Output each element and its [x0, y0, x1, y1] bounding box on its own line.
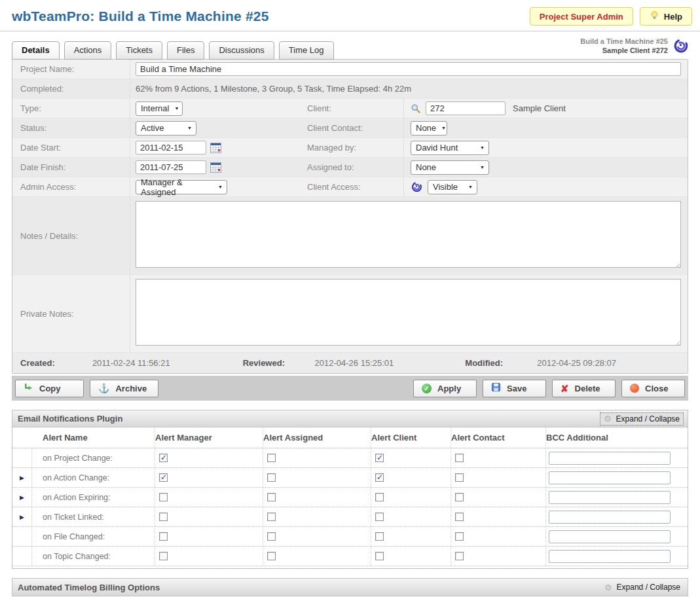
date-start-input[interactable]	[136, 141, 206, 154]
modified-label: Modified:	[465, 358, 537, 368]
tab-details[interactable]: Details	[12, 41, 60, 60]
private-notes-textarea[interactable]	[136, 279, 681, 346]
status-label: Status:	[12, 118, 130, 137]
alert-contact-checkbox[interactable]	[455, 493, 464, 501]
project-details-panel: Project Name: Completed: 62% from 9 Acti…	[12, 59, 688, 374]
action-toolbar: Copy ⚓ Archive ✓ Apply Save ✘ Delete Clo…	[12, 376, 688, 401]
date-finish-input[interactable]	[136, 160, 206, 174]
close-button[interactable]: Close	[621, 380, 685, 397]
expand-arrow-icon[interactable]: ▶	[12, 488, 32, 507]
col-alert-client: Alert Client	[371, 427, 451, 448]
admin-access-select[interactable]: Manager & Assigned▼	[136, 180, 227, 194]
email-notifications-section: Email Notifications Plugin ⚙ Expand / Co…	[12, 410, 688, 569]
client-display-name: Sample Client	[513, 103, 566, 113]
alert-row-label: on Action Expiring:	[32, 488, 155, 507]
email-expand-collapse-label: Expand / Collapse	[616, 414, 680, 424]
assigned-to-select[interactable]: None▼	[411, 160, 489, 175]
client-access-select[interactable]: Visible▼	[428, 180, 477, 194]
bcc-additional-input[interactable]	[549, 530, 671, 543]
status-value: Active	[141, 123, 164, 133]
search-icon[interactable]	[411, 103, 421, 114]
tab-time-log[interactable]: Time Log	[279, 41, 334, 60]
red-x-icon: ✘	[561, 384, 569, 393]
delete-button[interactable]: ✘ Delete	[552, 380, 616, 397]
client-label: Client:	[302, 99, 404, 118]
project-name-label: Project Name:	[12, 60, 130, 79]
project-super-admin-button[interactable]: Project Super Admin	[530, 7, 633, 26]
notes-textarea[interactable]	[136, 201, 681, 268]
billing-expand-collapse-label: Expand / Collapse	[617, 583, 680, 592]
project-name-input[interactable]	[136, 62, 681, 76]
bcc-additional-input[interactable]	[549, 491, 671, 504]
apply-button[interactable]: ✓ Apply	[413, 380, 477, 397]
alert-contact-checkbox[interactable]	[455, 532, 464, 541]
client-id-input[interactable]	[426, 101, 506, 115]
alert-manager-checkbox[interactable]	[159, 552, 168, 560]
alert-client-checkbox[interactable]	[375, 532, 384, 541]
assigned-to-value: None	[416, 162, 436, 172]
bcc-additional-input[interactable]	[549, 550, 671, 563]
alert-assigned-checkbox[interactable]	[267, 552, 276, 560]
row-completed: Completed: 62% from 9 Actions, 1 Milesto…	[12, 79, 688, 99]
archive-button[interactable]: ⚓ Archive	[90, 380, 158, 397]
calendar-icon[interactable]	[210, 162, 221, 173]
alert-client-checkbox[interactable]	[375, 454, 384, 462]
alert-row-label: on Ticket Linked:	[32, 507, 155, 526]
alert-client-checkbox[interactable]	[375, 513, 384, 521]
alert-contact-checkbox[interactable]	[455, 454, 464, 462]
type-value: Internal	[141, 103, 169, 113]
alert-assigned-checkbox[interactable]	[267, 473, 276, 482]
copy-button[interactable]: Copy	[15, 380, 84, 397]
completed-label: Completed:	[12, 79, 130, 98]
help-button[interactable]: Help	[640, 7, 692, 26]
alert-contact-checkbox[interactable]	[455, 473, 464, 482]
alert-contact-checkbox[interactable]	[455, 513, 464, 521]
calendar-icon[interactable]	[210, 143, 221, 153]
alert-row: on File Changed:	[12, 527, 688, 547]
alert-manager-checkbox[interactable]	[159, 454, 168, 462]
chevron-down-icon: ▼	[480, 165, 485, 170]
created-value: 2011-02-24 11:56:21	[92, 358, 243, 368]
bcc-additional-input[interactable]	[549, 511, 671, 524]
alert-assigned-checkbox[interactable]	[267, 454, 276, 462]
alert-client-checkbox[interactable]	[375, 552, 384, 560]
floppy-disk-icon	[491, 382, 501, 394]
expand-arrow-icon[interactable]: ▶	[12, 507, 32, 526]
tab-files[interactable]: Files	[167, 41, 204, 60]
expand-arrow-icon[interactable]: ▶	[12, 468, 32, 487]
email-expand-collapse-button[interactable]: ⚙ Expand / Collapse	[600, 412, 684, 425]
alert-manager-checkbox[interactable]	[159, 473, 168, 482]
alert-row-label: on Action Change:	[32, 468, 155, 487]
managed-by-select[interactable]: David Hunt▼	[411, 141, 489, 155]
col-alert-name: Alert Name	[32, 427, 155, 448]
save-button[interactable]: Save	[483, 380, 546, 397]
tab-discussions[interactable]: Discussions	[209, 41, 274, 60]
alert-client-checkbox[interactable]	[375, 493, 384, 501]
client-contact-select[interactable]: None▼	[411, 121, 447, 136]
tab-tickets[interactable]: Tickets	[116, 41, 162, 60]
alert-row-label: on File Changed:	[32, 527, 155, 546]
bcc-additional-input[interactable]	[549, 471, 671, 484]
date-start-label: Date Start:	[12, 138, 130, 157]
alert-manager-checkbox[interactable]	[159, 532, 168, 541]
alert-manager-checkbox[interactable]	[159, 493, 168, 501]
alert-table-header: Alert Name Alert Manager Alert Assigned …	[12, 427, 688, 448]
bcc-additional-input[interactable]	[549, 452, 671, 465]
notes-label: Notes / Details:	[12, 197, 130, 274]
billing-options-section: Automated Timelog Billing Options ⚙ Expa…	[12, 578, 688, 596]
chevron-down-icon: ▼	[441, 126, 446, 130]
copy-label: Copy	[39, 384, 61, 393]
alert-assigned-checkbox[interactable]	[267, 513, 276, 521]
alert-assigned-checkbox[interactable]	[267, 532, 276, 541]
tab-actions[interactable]: Actions	[64, 41, 112, 60]
email-alert-rows: on Project Change:▶on Action Change:▶on …	[12, 448, 688, 566]
billing-expand-collapse-button[interactable]: ⚙ Expand / Collapse	[601, 581, 684, 593]
toolbar-right-group: ✓ Apply Save ✘ Delete Close	[413, 380, 685, 397]
managed-by-label: Managed by:	[302, 138, 404, 157]
alert-manager-checkbox[interactable]	[159, 513, 168, 521]
alert-assigned-checkbox[interactable]	[267, 493, 276, 501]
status-select[interactable]: Active▼	[136, 121, 196, 136]
alert-contact-checkbox[interactable]	[455, 552, 464, 560]
alert-client-checkbox[interactable]	[375, 473, 384, 482]
type-select[interactable]: Internal▼	[136, 101, 183, 116]
